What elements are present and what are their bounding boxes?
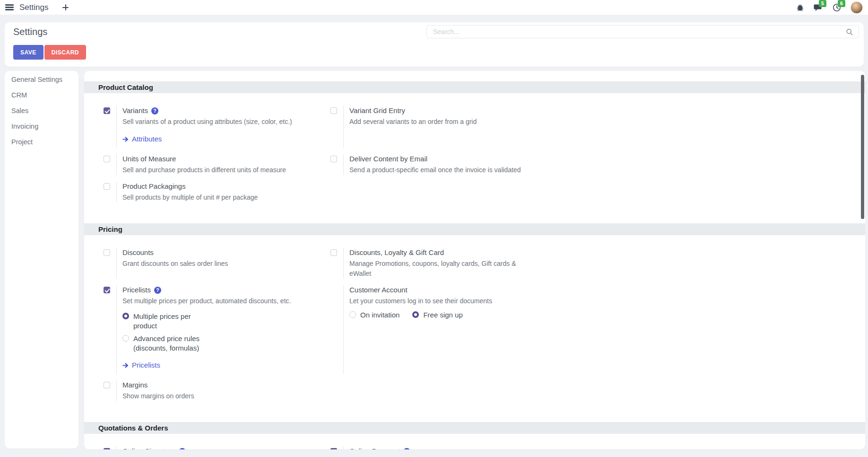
variants-label: Variants — [122, 106, 148, 115]
attributes-link[interactable]: Attributes — [122, 134, 330, 144]
setting-product-packagings: Product Packagings Sell products by mult… — [104, 182, 330, 202]
help-icon: ? — [154, 287, 161, 294]
setting-variant-grid-entry: Variant Grid Entry Add several variants … — [330, 106, 557, 148]
setting-discounts: Discounts Grant discounts on sales order… — [104, 248, 330, 279]
messages-badge: 5 — [819, 0, 826, 7]
sidebar-item-project[interactable]: Project — [5, 134, 78, 149]
settings-header-panel: Settings SAVE DISCARD — [5, 22, 864, 67]
variant-grid-entry-desc: Add several variants to an order from a … — [349, 117, 538, 127]
units-of-measure-checkbox[interactable] — [104, 156, 110, 162]
bug-icon[interactable] — [796, 3, 804, 11]
help-icon: ? — [151, 107, 158, 114]
radio-button[interactable] — [122, 313, 129, 319]
discounts-loyalty-gift-card-checkbox[interactable] — [330, 249, 337, 256]
arrow-right-icon — [122, 136, 129, 142]
product-packagings-label: Product Packagings — [122, 182, 185, 191]
setting-row: Discounts Grant discounts on sales order… — [84, 248, 865, 279]
discard-button[interactable]: DISCARD — [44, 45, 86, 60]
search-box — [426, 25, 859, 38]
settings-sidebar: General Settings CRM Sales Invoicing Pro… — [5, 71, 78, 448]
radio-multiple-prices-per-product[interactable]: Multiple prices per product — [122, 312, 330, 331]
app-title: Settings — [19, 3, 48, 12]
units-of-measure-desc: Sell and purchase products in different … — [122, 165, 326, 175]
setting-online-signature: Online Signature ? Request an online sig… — [104, 447, 330, 449]
pricelists-desc: Set multiple prices per product, automat… — [122, 296, 326, 306]
sidebar-item-crm[interactable]: CRM — [5, 87, 78, 103]
setting-discounts-loyalty-gift-card: Discounts, Loyalty & Gift Card Manage Pr… — [330, 248, 557, 279]
setting-row: Product Packagings Sell products by mult… — [84, 182, 865, 202]
variant-grid-entry-label: Variant Grid Entry — [349, 106, 405, 115]
radio-button[interactable] — [122, 335, 129, 342]
section-header-pricing: Pricing — [84, 223, 865, 235]
help-icon: ? — [403, 448, 410, 450]
margins-checkbox[interactable] — [104, 382, 110, 388]
deliver-content-by-email-checkbox[interactable] — [330, 156, 337, 162]
margins-label: Margins — [122, 380, 148, 390]
online-signature-checkbox[interactable] — [104, 448, 110, 449]
radio-advanced-price-rules[interactable]: Advanced price rules (discounts, formula… — [122, 334, 330, 353]
margins-desc: Show margins on orders — [122, 391, 326, 401]
setting-row: Online Signature ? Request an online sig… — [84, 447, 865, 449]
setting-row: Units of Measure Sell and purchase produ… — [84, 154, 865, 175]
online-payment-label: Online Payment — [349, 447, 400, 449]
hamburger-menu-icon[interactable] — [5, 3, 14, 12]
sidebar-item-invoicing[interactable]: Invoicing — [5, 118, 78, 134]
discounts-checkbox[interactable] — [104, 249, 110, 256]
setting-customer-account: Customer Account Let your customers log … — [330, 285, 557, 374]
setting-row: Variants ? Sell variants of a product us… — [84, 106, 865, 148]
discounts-label: Discounts — [122, 248, 154, 257]
sidebar-item-sales[interactable]: Sales — [5, 103, 78, 118]
setting-units-of-measure: Units of Measure Sell and purchase produ… — [104, 154, 330, 175]
product-packagings-checkbox[interactable] — [104, 183, 110, 190]
radio-free-sign-up[interactable]: Free sign up — [412, 310, 462, 320]
section-header-quotations-orders: Quotations & Orders — [84, 422, 865, 434]
setting-deliver-content-by-email: Deliver Content by Email Send a product-… — [330, 154, 557, 175]
setting-row: Pricelists ? Set multiple prices per pro… — [84, 285, 865, 374]
deliver-content-by-email-label: Deliver Content by Email — [349, 154, 427, 164]
online-payment-checkbox[interactable] — [330, 448, 337, 449]
setting-row: Margins Show margins on orders — [84, 380, 865, 401]
variant-grid-entry-checkbox[interactable] — [330, 107, 337, 114]
radio-on-invitation[interactable]: On invitation — [349, 310, 399, 320]
units-of-measure-label: Units of Measure — [122, 154, 176, 164]
customer-account-label: Customer Account — [349, 285, 408, 295]
setting-pricelists: Pricelists ? Set multiple prices per pro… — [104, 285, 330, 374]
pricelists-checkbox[interactable] — [104, 287, 110, 293]
section-header-product-catalog: Product Catalog — [84, 81, 865, 93]
sidebar-item-general-settings[interactable]: General Settings — [5, 71, 78, 87]
variants-checkbox[interactable] — [104, 107, 110, 114]
arrow-right-icon — [122, 362, 129, 369]
activity-badge: 6 — [838, 0, 845, 7]
search-input[interactable] — [427, 26, 859, 38]
user-avatar[interactable] — [851, 1, 863, 14]
checkbox-spacer — [330, 285, 337, 374]
deliver-content-by-email-desc: Send a product-specific email once the i… — [349, 165, 538, 175]
setting-variants: Variants ? Sell variants of a product us… — [104, 106, 330, 148]
messages-icon[interactable]: 5 — [814, 3, 823, 12]
plus-icon[interactable] — [62, 4, 69, 10]
activity-clock-icon[interactable]: 6 — [833, 3, 841, 12]
search-icon[interactable] — [846, 28, 853, 38]
customer-account-desc: Let your customers log in to see their d… — [349, 296, 538, 306]
save-button[interactable]: SAVE — [13, 45, 43, 60]
product-packagings-desc: Sell products by multiple of unit # per … — [122, 193, 326, 202]
vertical-scrollbar[interactable] — [861, 75, 864, 219]
top-navbar: Settings 5 6 — [0, 0, 868, 15]
discounts-loyalty-gift-card-desc: Manage Promotions, coupons, loyalty card… — [349, 259, 538, 279]
discounts-loyalty-gift-card-label: Discounts, Loyalty & Gift Card — [349, 248, 444, 257]
settings-content: Product Catalog Variants ? Sell variants… — [84, 71, 865, 449]
online-signature-label: Online Signature — [122, 447, 175, 449]
discounts-desc: Grant discounts on sales order lines — [122, 259, 326, 269]
setting-margins: Margins Show margins on orders — [104, 380, 330, 401]
page-title: Settings — [13, 26, 47, 37]
variants-desc: Sell variants of a product using attribu… — [122, 117, 326, 127]
radio-button[interactable] — [412, 311, 419, 318]
setting-online-payment: Online Payment ? Request an online payme… — [330, 447, 557, 449]
pricelists-link[interactable]: Pricelists — [122, 360, 330, 370]
help-icon: ? — [179, 448, 186, 450]
pricelists-label: Pricelists — [122, 285, 151, 295]
radio-button[interactable] — [349, 311, 356, 318]
